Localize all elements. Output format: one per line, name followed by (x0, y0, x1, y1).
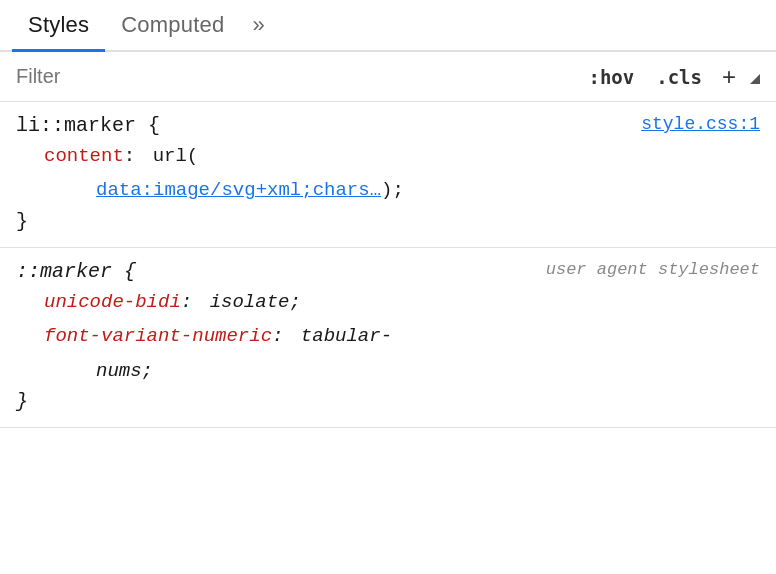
closing-brace-rule1: } (16, 210, 760, 233)
cls-button[interactable]: .cls (646, 62, 712, 92)
prop-link-datauri[interactable]: data:image/svg+xml;chars… (96, 175, 381, 205)
prop-name-unicode-bidi: unicode-bidi (44, 287, 181, 317)
tab-computed[interactable]: Computed (105, 2, 240, 50)
property-font-variant-numeric-cont: nums; (16, 356, 760, 386)
filter-input[interactable] (0, 65, 566, 88)
prop-value-content-url: url( (153, 141, 199, 171)
tab-more-label: » (253, 12, 265, 37)
prop-name-font-variant-numeric: font-variant-numeric (44, 321, 272, 351)
css-rule-li-marker: li::marker { style.css:1 content : url( … (0, 102, 776, 248)
corner-indicator (746, 70, 760, 84)
css-content: li::marker { style.css:1 content : url( … (0, 102, 776, 574)
rule-header-li-marker: li::marker { style.css:1 (16, 114, 760, 137)
filter-actions: :hov .cls + (566, 59, 776, 95)
prop-value-font-variant-numeric-2: nums; (96, 356, 153, 386)
rule-header-marker-ua: ::marker { user agent stylesheet (16, 260, 760, 283)
add-style-button[interactable]: + (714, 59, 744, 95)
property-content-link-line: data:image/svg+xml;chars… ); (16, 175, 760, 205)
hov-label: :hov (588, 66, 634, 88)
tab-bar: Styles Computed » (0, 0, 776, 52)
devtools-panel: Styles Computed » :hov .cls + (0, 0, 776, 574)
tab-styles[interactable]: Styles (12, 2, 105, 50)
selector-li-marker: li::marker { (16, 114, 160, 137)
property-font-variant-numeric: font-variant-numeric : tabular- (16, 321, 760, 351)
source-link-li-marker[interactable]: style.css:1 (641, 114, 760, 134)
property-unicode-bidi: unicode-bidi : isolate; (16, 287, 760, 317)
prop-colon-unicode-bidi: : (181, 287, 204, 317)
prop-name-content: content (44, 141, 124, 171)
tab-more[interactable]: » (241, 2, 277, 50)
user-agent-label: user agent stylesheet (546, 260, 760, 279)
prop-colon-content: : (124, 141, 147, 171)
tab-styles-label: Styles (28, 12, 89, 37)
prop-semicolon-content: ); (381, 175, 404, 205)
property-content: content : url( (16, 141, 760, 171)
prop-colon-font-variant-numeric: : (272, 321, 295, 351)
plus-label: + (722, 63, 736, 90)
closing-brace-rule2: } (16, 390, 760, 413)
hov-button[interactable]: :hov (578, 62, 644, 92)
prop-value-unicode-bidi: isolate; (210, 287, 301, 317)
filter-bar: :hov .cls + (0, 52, 776, 102)
selector-marker-ua: ::marker { (16, 260, 136, 283)
cls-label: .cls (656, 66, 702, 88)
css-rule-marker-ua: ::marker { user agent stylesheet unicode… (0, 248, 776, 428)
prop-value-font-variant-numeric-1: tabular- (301, 321, 392, 351)
tab-computed-label: Computed (121, 12, 224, 37)
